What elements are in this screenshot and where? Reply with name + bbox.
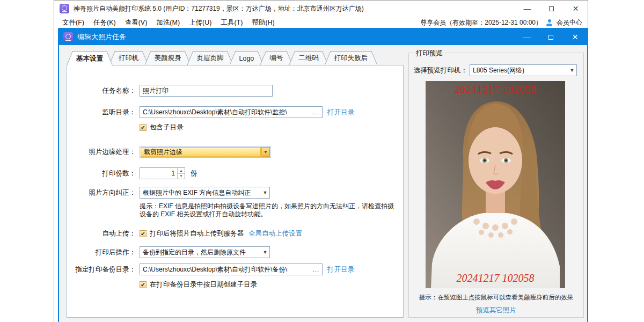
orientation-label: 照片方向纠正：	[70, 188, 136, 197]
dialog-minimize-icon[interactable]: —	[515, 29, 539, 45]
after-print-row: 打印后操作： 备份到指定的目录，然后删除原文件 ▼	[70, 246, 270, 258]
tab-basic-settings[interactable]: 基本设置	[67, 51, 113, 65]
auto-upload-label: 自动上传：	[70, 229, 136, 238]
watch-dir-browse-button[interactable]: ...	[310, 109, 319, 115]
orientation-chevron-down-icon[interactable]: ▼	[261, 190, 269, 195]
copies-unit: 份	[191, 169, 197, 178]
dialog-close-icon[interactable]: ✕	[563, 29, 587, 45]
photo-timestamp-top: 20241217 102058	[426, 84, 565, 96]
screen: 神奇照片自动美颜打印系统 5.0 (用户ID：71277319，景区：万达广场，…	[0, 0, 644, 322]
close-icon[interactable]: ✕	[564, 1, 588, 17]
main-window-title: 神奇照片自动美颜打印系统 5.0 (用户ID：71277319，景区：万达广场，…	[74, 4, 364, 13]
dialog-maximize-icon[interactable]	[539, 29, 563, 45]
after-print-combobox[interactable]: 备份到指定的目录，然后删除原文件 ▼	[140, 246, 270, 258]
dialog-title: 编辑大照片任务	[77, 32, 126, 42]
copies-row: 打印份数： 1 ▲ ▼ 份	[70, 167, 197, 179]
photo-timestamp-bottom: 20241217 102058	[426, 272, 565, 284]
exif-tip: 提示：EXIF 信息是拍照时由拍摄设备写进照片的，如果照片的方向无法纠正，请检查…	[140, 202, 397, 218]
edge-label: 照片边缘处理：	[70, 148, 136, 157]
copies-stepper[interactable]: 1 ▲ ▼	[140, 167, 185, 179]
dialog-app-icon	[63, 32, 73, 42]
include-sub-label: 包含子目录	[150, 123, 184, 132]
maximize-icon[interactable]	[539, 1, 564, 17]
backup-sub-checkbox[interactable]	[140, 281, 147, 288]
app-icon	[60, 4, 69, 13]
menu-upload[interactable]: 上传(U)	[189, 18, 211, 27]
menu-tools[interactable]: 工具(T)	[221, 18, 243, 27]
minimize-icon[interactable]: —	[515, 1, 539, 17]
backup-sub-row: 在打印备份目录中按日期创建子目录	[140, 280, 257, 289]
include-sub-row: 包含子目录	[140, 123, 184, 132]
edge-combobox[interactable]: 裁剪照片边缘 ▼	[140, 146, 271, 158]
member-area: 尊享会员（有效期至：2025-12-31 00:00） 会员中心	[420, 18, 588, 27]
preview-other-photos-link[interactable]: 预览其它照片	[409, 306, 583, 315]
backup-dir-input[interactable]: C:\Users\zhouxc\Desktop\素材\自动打印软件\备份\ ..…	[140, 264, 323, 275]
backup-sub-label: 在打印备份目录中按日期创建子目录	[150, 280, 257, 289]
dialog-titlebar: 编辑大照片任务 — ✕	[59, 29, 587, 45]
task-name-row: 任务名称： 照片打印	[70, 85, 273, 97]
edge-chevron-down-icon[interactable]: ▼	[261, 147, 270, 157]
tab-logo[interactable]: Logo	[230, 51, 264, 65]
menu-help[interactable]: 帮助(H)	[252, 18, 274, 27]
tab-beauty[interactable]: 美颜瘦身	[145, 51, 191, 65]
tab-printer[interactable]: 打印机	[109, 51, 149, 65]
maximize-box	[549, 6, 554, 11]
spinner-down-icon[interactable]: ▼	[178, 174, 185, 179]
copies-label: 打印份数：	[70, 169, 136, 178]
menu-view[interactable]: 查看(V)	[125, 18, 148, 27]
global-upload-settings-link[interactable]: 全局自动上传设置	[248, 229, 302, 238]
print-preview-group: 打印预览 选择预览打印机： L805 Series(网络) ▼	[408, 53, 584, 318]
member-info: 尊享会员（有效期至：2025-12-31 00:00）	[420, 18, 542, 27]
menu-file[interactable]: 文件(F)	[62, 18, 84, 27]
tab-qrcode[interactable]: 二维码	[289, 51, 328, 65]
basic-settings-panel: 任务名称： 照片打印 监听目录： C:\Users\zhouxc\Desktop…	[67, 65, 404, 318]
auto-upload-cb-label: 打印后将照片自动上传到服务器	[150, 229, 244, 238]
printer-combobox[interactable]: L805 Series(网络) ▼	[470, 64, 577, 76]
watch-dir-open-link[interactable]: 打开目录	[327, 108, 354, 117]
backup-dir-open-link[interactable]: 打开目录	[327, 265, 354, 274]
dialog-window-controls: — ✕	[515, 29, 587, 45]
orientation-combobox[interactable]: 根据照片中的 EXIF 方向信息自动纠正 ▼	[140, 187, 270, 199]
tab-header-footer[interactable]: 页眉页脚	[187, 51, 233, 65]
task-name-input[interactable]: 照片打印	[140, 85, 273, 97]
task-name-label: 任务名称：	[70, 86, 136, 96]
user-icon	[546, 19, 553, 26]
edge-row: 照片边缘处理： 裁剪照片边缘 ▼	[70, 146, 271, 158]
edit-task-dialog: 编辑大照片任务 — ✕ 基本设置 打印机 美颜瘦身 页眉页脚 Logo 编号 二…	[58, 28, 588, 322]
main-titlebar: 神奇照片自动美颜打印系统 5.0 (用户ID：71277319，景区：万达广场，…	[54, 1, 588, 17]
menu-bar: 文件(F) 任务(K) 查看(V) 加洗(M) 上传(U) 工具(T) 帮助(H…	[54, 17, 588, 28]
preview-photo[interactable]: 20241217 102058 20241217 102058	[426, 81, 565, 288]
auto-upload-row: 自动上传： 打印后将照片自动上传到服务器 全局自动上传设置	[70, 229, 302, 238]
orientation-row: 照片方向纠正： 根据照片中的 EXIF 方向信息自动纠正 ▼	[70, 187, 270, 199]
menu-task[interactable]: 任务(K)	[93, 18, 116, 27]
dialog-body: 基本设置 打印机 美颜瘦身 页眉页脚 Logo 编号 二维码 打印失败后 任务名…	[59, 45, 587, 322]
preview-tip: 提示：在预览图上点按鼠标可以查看美颜瘦身前后的效果	[409, 294, 583, 302]
spinner-up-icon[interactable]: ▲	[178, 168, 185, 174]
portrait-image	[426, 81, 565, 288]
member-center-link[interactable]: 会员中心	[557, 18, 582, 27]
after-print-chevron-down-icon[interactable]: ▼	[261, 250, 269, 255]
after-print-label: 打印后操作：	[70, 248, 136, 257]
watch-dir-input[interactable]: C:\Users\zhouxc\Desktop\素材\自动打印软件\监控\ ..…	[140, 106, 323, 118]
backup-dir-browse-button[interactable]: ...	[310, 266, 319, 273]
backup-dir-row: 指定打印备份目录： C:\Users\zhouxc\Desktop\素材\自动打…	[70, 264, 354, 275]
tab-strip: 基本设置 打印机 美颜瘦身 页眉页脚 Logo 编号 二维码 打印失败后	[67, 51, 374, 65]
backup-dir-label: 指定打印备份目录：	[70, 265, 136, 274]
tab-number[interactable]: 编号	[260, 51, 292, 65]
watch-dir-row: 监听目录： C:\Users\zhouxc\Desktop\素材\自动打印软件\…	[70, 106, 354, 118]
tab-print-failed[interactable]: 打印失败后	[325, 51, 378, 65]
printer-chevron-down-icon[interactable]: ▼	[568, 68, 576, 73]
main-window-controls: — ✕	[515, 1, 588, 17]
print-preview-title: 打印预览	[414, 49, 445, 58]
auto-upload-checkbox[interactable]	[140, 230, 147, 237]
printer-row: 选择预览打印机： L805 Series(网络) ▼	[414, 64, 577, 76]
watch-dir-label: 监听目录：	[70, 108, 136, 117]
dialog-maximize-box	[548, 35, 553, 40]
include-sub-checkbox[interactable]	[140, 124, 147, 131]
printer-label: 选择预览打印机：	[414, 66, 467, 75]
menu-reprint[interactable]: 加洗(M)	[156, 18, 180, 27]
